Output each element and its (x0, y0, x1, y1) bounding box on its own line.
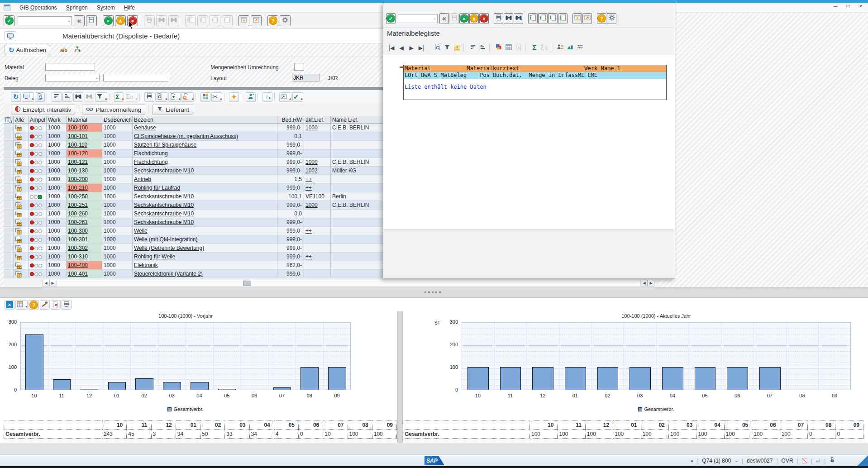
cell-aktlief-link[interactable]: 1000 (304, 124, 331, 132)
office-button[interactable]: ▾ (181, 92, 194, 102)
enter-check-button[interactable]: ✓ (4, 15, 14, 26)
find-next-button[interactable] (168, 15, 179, 26)
check2-button[interactable]: ✓▾ (292, 92, 303, 102)
page-up-button[interactable] (538, 13, 548, 24)
bar-02[interactable] (135, 378, 153, 390)
refresh-button[interactable]: ↻ Auffrischen (5, 45, 50, 55)
alle-icon[interactable] (14, 210, 29, 218)
close-button[interactable]: × (858, 4, 863, 9)
bar-03[interactable] (630, 367, 651, 390)
cell-aktlief-link[interactable] (304, 270, 331, 278)
up-button[interactable]: ∧ (469, 13, 479, 24)
scroll-left2-icon[interactable]: ◀ (641, 280, 648, 287)
cell-bezeich-link[interactable]: Sechskantschraube M10 (133, 167, 277, 175)
bar-06[interactable] (727, 367, 748, 390)
cell-aktlief-link[interactable] (304, 132, 331, 141)
bar-05[interactable] (218, 389, 236, 390)
cell-aktlief-link[interactable]: 1000 (304, 158, 331, 167)
table-row[interactable]: 1000100-2611000Sechskantschraube M10999,… (4, 218, 410, 227)
column-header-Material[interactable]: Material (67, 116, 102, 124)
help-button[interactable]: ? (597, 13, 606, 24)
command-field[interactable]: ⌄ (18, 16, 72, 25)
material-input[interactable] (45, 63, 95, 71)
cell-aktlief-link[interactable]: ++ (304, 184, 331, 192)
cell-material-link[interactable]: 100-301 (67, 235, 102, 244)
help-button[interactable]: ? (29, 300, 39, 310)
cell-bezeich-link[interactable]: Rohling für Laufrad (133, 184, 277, 192)
find-next-button[interactable] (84, 92, 94, 102)
meu-input[interactable] (294, 63, 304, 71)
status-insert-mode[interactable]: OVR (782, 458, 793, 464)
cell-aktlief-link[interactable] (304, 218, 331, 227)
warn-button[interactable]: ! (453, 43, 462, 53)
cell-aktlief-link[interactable]: 1002 (304, 167, 331, 175)
splitter-handle-icon[interactable] (424, 291, 441, 293)
alle-icon[interactable] (14, 201, 29, 210)
cell-material-link[interactable]: 100-121 (67, 158, 102, 167)
sum-button[interactable]: Σ (530, 43, 539, 53)
cell-bezeich-link[interactable]: Sechskantschraube M10 (133, 218, 277, 227)
chart-button[interactable] (566, 43, 575, 53)
scroll-right2-icon[interactable]: ▶ (648, 280, 654, 287)
vertical-splitter[interactable] (397, 311, 403, 454)
units-button[interactable] (556, 43, 565, 53)
bar-01[interactable] (108, 382, 126, 390)
alle-icon[interactable] (14, 175, 29, 184)
cell-bezeich-link[interactable]: Steuerelektronik (Variante 2) (133, 270, 277, 278)
column-header-Alle[interactable]: Alle (14, 116, 29, 124)
nav-last-button[interactable]: ▶│ (417, 43, 426, 53)
calc-button[interactable] (504, 43, 513, 53)
minimize-button[interactable]: ─ (833, 4, 838, 9)
bar-01[interactable] (565, 367, 586, 390)
menu-gib-operations[interactable]: GIB Operations (15, 4, 62, 12)
scroll-left-icon[interactable]: ◀ (43, 280, 49, 287)
cell-bezeich-link[interactable]: Welle (133, 227, 277, 235)
cut-button[interactable]: ✂▾ (211, 92, 222, 102)
back-button[interactable]: « (459, 13, 469, 24)
alle-icon[interactable] (14, 235, 29, 244)
bar-04[interactable] (191, 382, 208, 390)
page-down-button[interactable] (548, 13, 558, 24)
cell-aktlief-link[interactable]: ++ (304, 175, 331, 184)
cell-aktlief-link[interactable]: 1000 (304, 201, 331, 210)
bar-08[interactable] (300, 367, 318, 390)
horizontal-splitter[interactable] (0, 287, 868, 298)
layout-grid-button[interactable] (200, 92, 210, 102)
cell-bezeich-link[interactable]: CI Spiralgehäuse (m. geplantm Ausschuss) (133, 132, 277, 141)
alle-icon[interactable] (14, 184, 29, 192)
alle-icon[interactable] (14, 149, 29, 158)
chart-note-button[interactable] (51, 300, 61, 310)
cell-aktlief-link[interactable] (304, 235, 331, 244)
subtotal-button[interactable]: Σ/Σ (540, 43, 549, 53)
print-button[interactable] (494, 13, 503, 24)
copy-button[interactable] (514, 43, 523, 53)
layout-input[interactable] (292, 74, 320, 81)
table-row[interactable]: 1000100-2501000Sechskantschraube M10100,… (4, 192, 410, 201)
table-row[interactable]: 1000100-4001000Elektronik862,0- (4, 261, 410, 270)
menu-system[interactable]: System (92, 4, 119, 12)
table-row[interactable]: 1000100-2001000Antrieb1,5++ (4, 175, 410, 184)
cell-bezeich-link[interactable]: Sechskantschraube M10 (133, 210, 277, 218)
cell-material-link[interactable]: 100-250 (67, 192, 102, 201)
cell-material-link[interactable]: 100-110 (67, 141, 102, 149)
help-button[interactable]: ? (267, 15, 278, 26)
bar-05[interactable] (695, 367, 716, 390)
cell-material-link[interactable]: 100-200 (67, 175, 102, 184)
page-first-button[interactable] (185, 15, 196, 26)
spark-button[interactable]: ✦ (229, 92, 239, 102)
alle-icon[interactable] (14, 158, 29, 167)
find-button[interactable] (504, 13, 513, 24)
cell-bezeich-link[interactable]: Elektronik (133, 261, 277, 270)
cancel-button[interactable]: × (479, 13, 489, 24)
export-button[interactable]: ▾ (168, 92, 181, 102)
page-last-button[interactable] (222, 15, 233, 26)
person-button[interactable] (246, 92, 256, 102)
bar-11[interactable] (53, 379, 71, 390)
filter-button[interactable] (443, 43, 452, 53)
cell-bezeich-link[interactable]: Antrieb (133, 175, 277, 184)
shortcut-button[interactable] (582, 13, 592, 24)
find-next-button[interactable] (514, 13, 523, 24)
column-header-Ampel[interactable]: Ampel (29, 116, 47, 124)
alle-icon[interactable] (14, 253, 29, 261)
alle-icon[interactable] (14, 141, 29, 149)
